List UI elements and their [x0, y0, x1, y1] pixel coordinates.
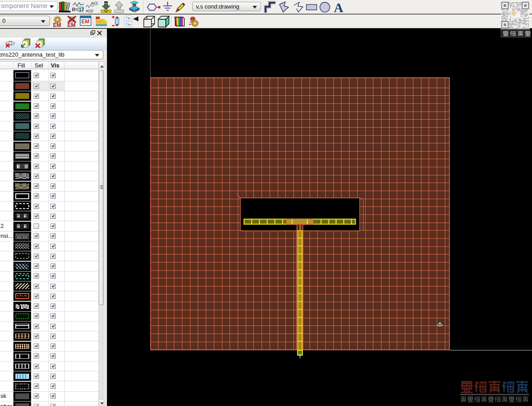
svg-text:EM: EM — [81, 18, 89, 25]
svg-text:EM: EM — [53, 22, 61, 27]
svg-text:R=17: R=17 — [91, 2, 98, 5]
svg-text:17: 17 — [79, 7, 84, 12]
svg-text:R=17: R=17 — [86, 9, 93, 13]
svg-text:R=: R= — [72, 7, 78, 12]
svg-text:EM: EM — [67, 22, 75, 27]
